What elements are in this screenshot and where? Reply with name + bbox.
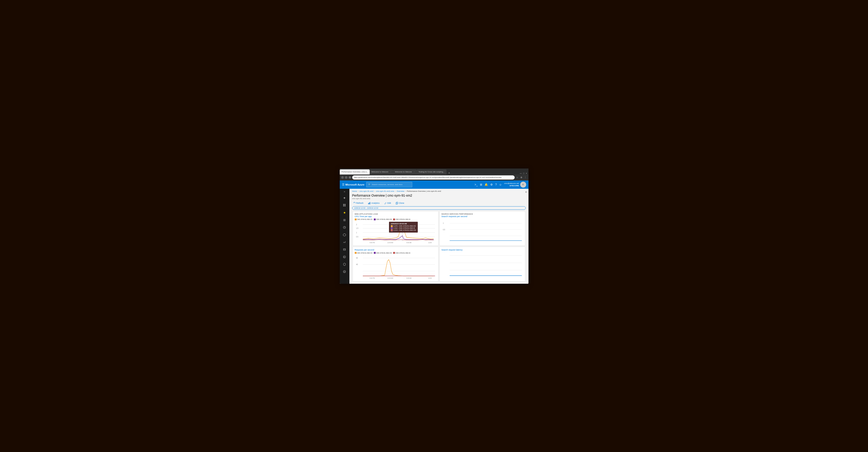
sidebar-item-resource-groups[interactable] (341, 232, 348, 238)
sidebar-item-create[interactable]: + (341, 195, 348, 201)
browser-tabs-bar: Performance Overview | cmc-s... × Welcom… (340, 169, 528, 174)
tab-3-close-icon[interactable]: × (446, 171, 447, 173)
clone-button[interactable]: Clone (395, 201, 405, 205)
svg-text:6:00 AM: 6:00 AM (406, 277, 411, 279)
breadcrumb-home[interactable]: Home (352, 190, 357, 192)
back-button[interactable]: ‹ (341, 176, 344, 179)
menu-icon[interactable]: ⋮ (524, 176, 527, 179)
settings-icon[interactable]: ⚙ (490, 183, 493, 186)
panel-title-cpu: CPU Time per app (355, 215, 436, 218)
legend-dot-rps-si (393, 252, 395, 254)
edit-label: Edit (388, 202, 391, 204)
analytics-button[interactable]: Analytics (367, 201, 380, 205)
close-panel-button[interactable]: × (525, 190, 527, 194)
address-input[interactable]: https://portal.azure.com/#/subscriptions… (352, 175, 515, 179)
azure-search-icon: 🔍 (368, 183, 371, 186)
chart-legend-cpu: CMC-SYM-91-XM2-CD CMC-SYM-91-XM2-CM CMC-… (355, 219, 436, 220)
breadcrumb-current: Performance Overview | cmc-sym-91-xm2 (407, 190, 441, 192)
azure-search-bar[interactable]: 🔍 Search resources, services, and docs (366, 182, 412, 188)
svg-line-16 (386, 202, 386, 203)
svg-text:12:00: 12:00 (428, 277, 432, 279)
refresh-browser-button[interactable]: ↻ (348, 176, 351, 179)
breadcrumb-oms[interactable]: cmc-sym-91-xm2-oms (376, 190, 394, 192)
notifications-icon[interactable]: 🔔 (485, 183, 488, 186)
breadcrumb: Home › cmc-sym-91-xm2 › cmc-sym-91-xm2-o… (349, 189, 528, 193)
latency-chart-svg (441, 252, 523, 279)
forward-button[interactable]: › (345, 176, 347, 179)
chart-area-search-latency (441, 252, 523, 279)
tab-2-close-icon[interactable]: × (414, 171, 415, 173)
svg-text:60: 60 (356, 257, 358, 259)
panels-container: WEB APPLICATIONS LOAD CPU Time per app C… (349, 211, 528, 284)
feedback-icon[interactable]: ☺ (499, 183, 502, 186)
legend-dot-cd (355, 219, 356, 220)
new-tab-icon: + (448, 171, 450, 174)
azure-body: » + ★ ⊞ (340, 189, 528, 284)
refresh-label: Refresh (356, 202, 364, 204)
browser-tab-1[interactable]: Welcome to Sitecore × (370, 169, 393, 174)
legend-dot-cm (374, 219, 376, 220)
analytics-icon (368, 202, 371, 204)
sidebar-item-app-insights[interactable] (341, 239, 348, 246)
user-name: cmc@sitecore.net SITECORE (504, 182, 519, 187)
user-area[interactable]: cmc@sitecore.net SITECORE C (504, 181, 526, 188)
sidebar-expand-button[interactable]: » (344, 190, 345, 193)
legend-label-cm: CMC-SYM-91-XM2-CM (376, 219, 392, 220)
extensions-icon[interactable]: ⚙ (520, 176, 523, 179)
page-subtitle: cmc-sym-91-xm2-oms (352, 198, 526, 200)
breadcrumb-overview[interactable]: Overview (397, 190, 404, 192)
new-tab-button[interactable]: + (447, 171, 451, 174)
browser-tab-3[interactable]: Testing for Cross site scripting... × (416, 169, 446, 174)
tab-1-close-icon[interactable]: × (390, 171, 391, 173)
svg-text:0.5: 0.5 (356, 235, 358, 238)
sidebar-item-feedback[interactable] (341, 269, 348, 275)
svg-text:1: 1 (443, 222, 443, 224)
portal-menu-icon[interactable]: ⊞ (480, 183, 482, 186)
sidebar-item-all-services[interactable] (341, 202, 348, 208)
refresh-icon (353, 202, 355, 204)
legend-item-si: CMC-SYM-91-XM2-SI (393, 219, 410, 220)
legend-dot-rps-cm (374, 252, 376, 254)
breadcrumb-resource[interactable]: cmc-sym-91-xm2 (360, 190, 374, 192)
sidebar-item-recent[interactable] (341, 224, 348, 231)
edit-icon (384, 202, 387, 204)
sidebar-item-storage[interactable] (341, 246, 348, 253)
legend-dot-si (393, 219, 395, 220)
azure-navbar: ☰ Microsoft Azure 🔍 Search resources, se… (340, 180, 528, 189)
browser-chrome: Performance Overview | cmc-s... × Welcom… (340, 169, 528, 180)
legend-item-cd: CMC-SYM-91-XM2-CD (355, 219, 373, 220)
svg-text:1.5: 1.5 (356, 227, 358, 229)
maximize-icon[interactable]: □ (523, 172, 524, 174)
browser-tab-2[interactable]: Welcome to Sitecore × (393, 169, 416, 174)
svg-marker-7 (343, 233, 346, 236)
svg-text:2: 2 (356, 223, 357, 226)
refresh-button[interactable]: Refresh (352, 201, 365, 205)
cloud-shell-icon[interactable]: >_ (475, 183, 478, 186)
legend-label-si: CMC-SYM-91-XM2-SI (396, 219, 410, 220)
close-window-icon[interactable]: × (526, 172, 527, 174)
clone-icon (396, 202, 398, 204)
panel-rps: Requests per second CMC-SYM-91-XM2-CD CM… (353, 247, 438, 281)
browser-tab-active[interactable]: Performance Overview | cmc-s... × (340, 169, 370, 174)
svg-text:6:00 AM: 6:00 AM (406, 242, 411, 244)
hamburger-icon[interactable]: ☰ (342, 183, 345, 186)
svg-marker-12 (355, 203, 355, 203)
azure-sidebar: » + ★ ⊞ (340, 189, 349, 284)
panel-section-label-search: SEARCH SERVICES PERFORMANCE (441, 213, 523, 215)
page-title: Performance Overview | cmc-sym-91-xm2 (352, 194, 526, 197)
sidebar-item-dashboard[interactable]: ⊞ (341, 217, 348, 223)
date-range-badge[interactable]: 10/8/18 12:02 - 10/9/18 12:02 (352, 206, 526, 210)
bookmark-icon[interactable]: ☆ (516, 176, 519, 179)
sidebar-item-security[interactable] (341, 261, 348, 267)
svg-text:12:00 AM: 12:00 AM (388, 242, 393, 244)
azure-logo-area: ☰ Microsoft Azure (342, 183, 365, 186)
sidebar-item-favorites[interactable]: ★ (341, 209, 348, 216)
minimize-icon[interactable]: — (520, 172, 522, 174)
sidebar-item-cloud-shell[interactable] (341, 254, 348, 260)
panel-title-search-rps: Search requests per second (441, 215, 523, 218)
svg-rect-13 (368, 203, 369, 204)
user-avatar[interactable]: C (520, 181, 526, 188)
edit-button[interactable]: Edit (383, 201, 392, 205)
svg-rect-1 (345, 204, 345, 205)
help-icon[interactable]: ? (495, 183, 497, 186)
